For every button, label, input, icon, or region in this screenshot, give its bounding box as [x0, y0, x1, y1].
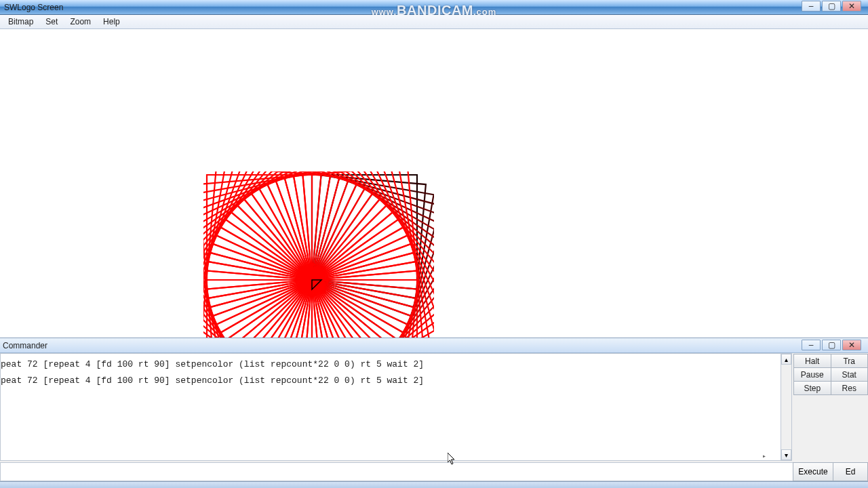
maximize-button[interactable]: ▢	[822, 1, 841, 12]
window-title: SWLogo Screen	[4, 3, 63, 12]
close-button[interactable]: ✕	[842, 1, 861, 12]
hscroll-right-icon[interactable]: ▸	[760, 453, 769, 460]
menu-bitmap[interactable]: Bitmap	[3, 16, 39, 28]
menu-set[interactable]: Set	[40, 16, 63, 28]
commander-titlebar: Commander – ▢ ✕	[0, 338, 868, 353]
execute-button[interactable]: Execute	[793, 462, 833, 481]
commander-title-text: Commander	[3, 341, 47, 350]
commander-minimize-button[interactable]: –	[802, 340, 821, 350]
history-line: peat 72 [repeat 4 [fd 100 rt 90] setpenc…	[1, 357, 778, 373]
history-line: peat 72 [repeat 4 [fd 100 rt 90] setpenc…	[1, 373, 778, 389]
window-controls: – ▢ ✕	[802, 1, 861, 13]
commander-input[interactable]	[0, 462, 793, 481]
vscroll-up-icon[interactable]: ▴	[781, 354, 791, 365]
step-button[interactable]: Step	[793, 381, 831, 395]
vscroll-down-icon[interactable]: ▾	[781, 449, 791, 460]
commander-close-button[interactable]: ✕	[842, 340, 861, 350]
status-button[interactable]: Stat	[831, 367, 869, 382]
edall-button[interactable]: Ed	[833, 462, 868, 481]
halt-button[interactable]: Halt	[793, 354, 831, 368]
reset-button[interactable]: Res	[831, 381, 869, 395]
turtle-graphic	[203, 171, 434, 338]
trace-button[interactable]: Tra	[831, 354, 869, 368]
history-vscrollbar[interactable]: ▴ ▾	[781, 353, 792, 461]
commander-maximize-button[interactable]: ▢	[822, 340, 841, 350]
menu-bar: Bitmap Set Zoom Help	[0, 15, 868, 29]
minimize-button[interactable]: –	[802, 1, 821, 12]
menu-zoom[interactable]: Zoom	[64, 16, 96, 28]
commander-history[interactable]: peat 72 [repeat 4 [fd 100 rt 90] setpenc…	[0, 353, 781, 461]
menu-help[interactable]: Help	[98, 16, 125, 28]
pause-button[interactable]: Pause	[793, 367, 831, 382]
taskbar	[0, 481, 868, 488]
commander-panel: Commander – ▢ ✕ peat 72 [repeat 4 [fd 10…	[0, 338, 868, 481]
history-hscrollbar[interactable]: ▸	[1, 452, 769, 460]
commander-side-buttons: Halt Tra Pause Stat Step Res	[792, 353, 868, 461]
drawing-canvas	[0, 29, 868, 338]
